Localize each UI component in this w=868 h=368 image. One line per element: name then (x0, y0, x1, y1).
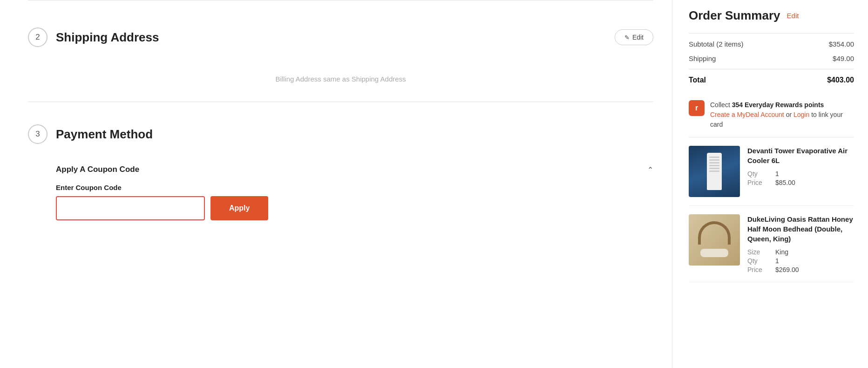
order-summary-header: Order Summary Edit (689, 0, 854, 34)
rewards-or-text: or (786, 111, 793, 118)
cooler-vent-6 (709, 170, 719, 172)
subtotal-row: Subtotal (2 items) $354.00 (689, 34, 854, 48)
step-3-circle: 3 (28, 124, 47, 144)
coupon-header: Apply A Coupon Code ⌃ (56, 165, 653, 174)
product-2-details: DukeLiving Oasis Rattan Honey Half Moon … (747, 214, 854, 273)
product-1-qty-label: Qty (747, 170, 775, 177)
section-divider (28, 102, 653, 102)
shipping-edit-button[interactable]: ✎ Edit (615, 29, 653, 45)
apply-coupon-button[interactable]: Apply (210, 196, 268, 220)
product-1-image (689, 146, 740, 197)
rewards-icon: r (689, 100, 705, 116)
shipping-row: Shipping $49.00 (689, 48, 854, 62)
shipping-address-section: 2 Shipping Address ✎ Edit Billing Addres… (28, 14, 653, 97)
total-label: Total (689, 76, 706, 84)
product-2-size-label: Size (747, 248, 775, 256)
rewards-text-1: Collect (710, 101, 732, 109)
bedhead-pillow (700, 249, 728, 257)
cooler-vent-1 (709, 157, 719, 158)
subtotal-value: $354.00 (829, 40, 854, 48)
product-1-details: Devanti Tower Evaporative Air Cooler 6L … (747, 146, 854, 197)
shipping-title: Shipping Address (56, 30, 159, 45)
top-divider (28, 0, 653, 0)
rewards-box: r Collect 354 Everyday Rewards points Cr… (689, 93, 854, 137)
shipping-value: $49.00 (833, 55, 854, 62)
edit-icon: ✎ (624, 34, 630, 41)
total-row: Total $403.00 (689, 69, 854, 93)
cooler-vent-4 (709, 165, 719, 166)
step-2-number: 2 (35, 33, 40, 42)
product-1-price-value: $85.00 (775, 179, 854, 186)
step-2-circle: 2 (28, 27, 47, 47)
cooler-image (689, 146, 740, 197)
coupon-input[interactable] (56, 196, 205, 220)
product-1-meta: Qty 1 Price $85.00 (747, 170, 854, 186)
login-link[interactable]: Login (793, 111, 809, 118)
product-1-qty-value: 1 (775, 170, 854, 177)
shipping-header-left: 2 Shipping Address (28, 27, 159, 47)
product-2-price-label: Price (747, 266, 775, 273)
product-item-2: DukeLiving Oasis Rattan Honey Half Moon … (689, 206, 854, 282)
create-account-link[interactable]: Create a MyDeal Account (710, 111, 784, 118)
payment-section: 3 Payment Method Apply A Coupon Code ⌃ E… (28, 107, 653, 220)
rewards-text: Collect 354 Everyday Rewards points Crea… (710, 100, 854, 129)
rewards-icon-label: r (695, 104, 698, 112)
product-2-image (689, 214, 740, 266)
order-summary-title: Order Summary (689, 8, 780, 23)
billing-notice: Billing Address same as Shipping Address (28, 56, 653, 97)
coupon-chevron-up-icon[interactable]: ⌃ (647, 165, 653, 174)
product-item-1: Devanti Tower Evaporative Air Cooler 6L … (689, 137, 854, 206)
page-container: 2 Shipping Address ✎ Edit Billing Addres… (0, 0, 868, 368)
product-2-qty-value: 1 (775, 257, 854, 265)
order-summary-sidebar: Order Summary Edit Subtotal (2 items) $3… (672, 0, 868, 368)
payment-title: Payment Method (56, 127, 153, 142)
cooler-vent-2 (709, 159, 719, 161)
main-content: 2 Shipping Address ✎ Edit Billing Addres… (0, 0, 672, 368)
coupon-section: Apply A Coupon Code ⌃ Enter Coupon Code … (56, 165, 653, 220)
payment-header: 3 Payment Method (28, 111, 653, 153)
total-value: $403.00 (827, 76, 854, 84)
cooler-body (707, 153, 722, 190)
cooler-vent-3 (709, 162, 719, 164)
cooler-vent-5 (709, 168, 719, 169)
bedhead-arch (698, 221, 731, 245)
product-2-name: DukeLiving Oasis Rattan Honey Half Moon … (747, 214, 854, 244)
rewards-bold: 354 Everyday Rewards points (732, 101, 824, 109)
step-3-number: 3 (35, 129, 40, 139)
shipping-header: 2 Shipping Address ✎ Edit (28, 14, 653, 56)
product-2-size-value: King (775, 248, 854, 256)
coupon-label: Enter Coupon Code (56, 184, 653, 191)
payment-header-left: 3 Payment Method (28, 124, 153, 144)
product-2-meta: Size King Qty 1 Price $269.00 (747, 248, 854, 273)
shipping-edit-label: Edit (632, 34, 644, 41)
coupon-input-row: Apply (56, 196, 653, 220)
product-1-name: Devanti Tower Evaporative Air Cooler 6L (747, 146, 854, 165)
coupon-section-title: Apply A Coupon Code (56, 165, 139, 174)
product-1-price-label: Price (747, 179, 775, 186)
product-2-price-value: $269.00 (775, 266, 854, 273)
shipping-label: Shipping (689, 55, 716, 62)
subtotal-label: Subtotal (2 items) (689, 40, 744, 48)
order-summary-edit-link[interactable]: Edit (787, 12, 799, 20)
bedhead-image (689, 214, 740, 266)
product-2-qty-label: Qty (747, 257, 775, 265)
